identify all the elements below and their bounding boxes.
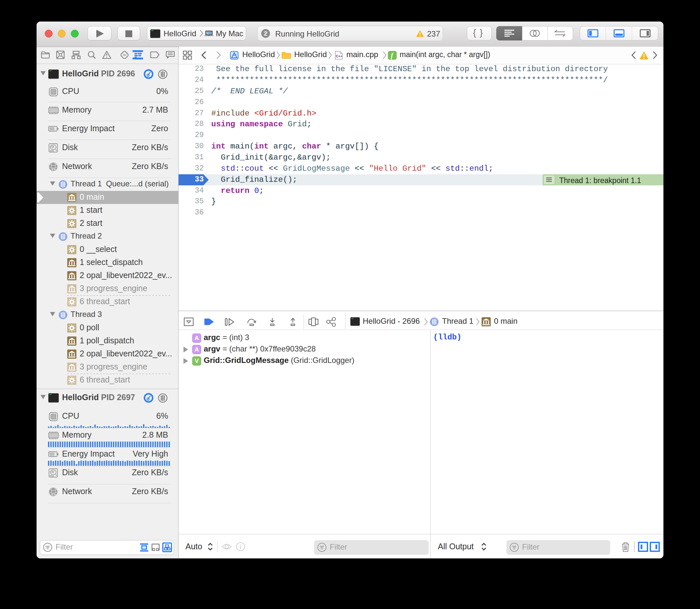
svg-text:C++: C++ (336, 54, 342, 58)
